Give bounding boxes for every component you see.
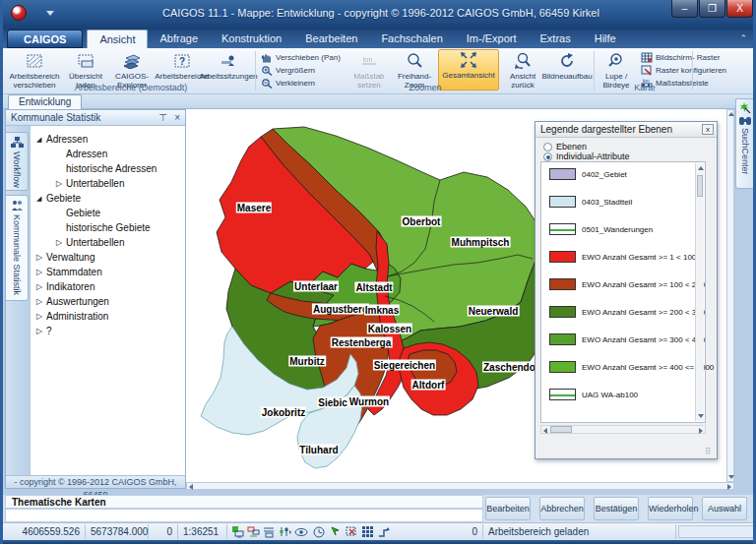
tree-item-auswertungen[interactable]: ▷Auswertungen bbox=[36, 296, 109, 307]
tab-ansicht[interactable]: Ansicht bbox=[87, 30, 148, 48]
radio-individual-attribute[interactable]: Individual-Attribute bbox=[543, 151, 630, 161]
scroll-up-icon[interactable] bbox=[698, 166, 704, 170]
legend-horizontal-scrollbar[interactable] bbox=[540, 425, 706, 434]
tab-hilfe[interactable]: Hilfe bbox=[583, 30, 628, 48]
collapsed-icon[interactable]: ▷ bbox=[56, 179, 66, 188]
scale-set-icon: km bbox=[360, 51, 378, 71]
tree-item-gebiete[interactable]: ◢Gebiete bbox=[36, 193, 81, 204]
maximize-button[interactable]: ❐ bbox=[699, 0, 725, 18]
full-extent-arrows-icon bbox=[459, 50, 478, 70]
auswahl-button[interactable]: Auswahl bbox=[702, 497, 747, 520]
eye-icon[interactable] bbox=[294, 525, 309, 538]
raster-konfigurieren-button[interactable]: Raster konfigurieren bbox=[641, 65, 726, 76]
group-label-arbeitsbereiche: Arbeitsbereiche (Demostadt) bbox=[9, 83, 253, 92]
tree-item-help[interactable]: ▷? bbox=[36, 326, 52, 336]
scroll-right-icon[interactable] bbox=[727, 484, 731, 490]
verschieben-pan-button[interactable]: Verschieben (Pan) bbox=[261, 52, 341, 63]
collapsed-icon[interactable]: ▷ bbox=[56, 238, 66, 247]
app-menu-button[interactable]: CAIGOS bbox=[7, 30, 83, 48]
side-tab-workflow[interactable]: Workflow bbox=[6, 132, 29, 191]
tab-konstruktion[interactable]: Konstruktion bbox=[210, 30, 293, 48]
map-label-siebic: Siebic bbox=[317, 397, 347, 408]
pin-icon[interactable]: ⊤ bbox=[158, 112, 167, 124]
legend-swatch bbox=[549, 278, 576, 290]
scroll-thumb[interactable] bbox=[550, 426, 572, 433]
scroll-left-icon[interactable] bbox=[189, 484, 193, 490]
legend-item: EWO Anzahl Gesamt >= 300 < 400 bbox=[549, 333, 705, 345]
tree-item-adressen[interactable]: ◢Adressen bbox=[36, 134, 88, 145]
panel-close-icon[interactable]: × bbox=[174, 112, 180, 124]
document-tab-entwicklung[interactable]: Entwicklung bbox=[8, 94, 82, 109]
radio-ebenen-icon[interactable] bbox=[543, 143, 552, 151]
legend-swatch bbox=[549, 306, 576, 318]
tree-item-historische-adressen[interactable]: historische Adressen bbox=[56, 163, 157, 174]
radio-individual-icon[interactable] bbox=[543, 152, 552, 161]
grid-configure-icon bbox=[641, 65, 653, 76]
legend-close-icon[interactable]: x bbox=[702, 124, 714, 135]
legend-item: 0403_Stadtteil bbox=[549, 196, 632, 208]
statusbar-message: Arbeitsbereich geladen bbox=[483, 524, 676, 539]
thematic-maps-input[interactable] bbox=[5, 509, 483, 522]
expanded-icon[interactable]: ◢ bbox=[36, 195, 46, 203]
suchcenter-tab[interactable]: SuchCenter bbox=[735, 98, 755, 189]
abbrechen-button[interactable]: Abbrechen bbox=[539, 497, 585, 520]
select-region-icon[interactable] bbox=[330, 525, 343, 538]
resize-grip-icon[interactable]: ⠿ bbox=[705, 447, 715, 456]
collapsed-icon[interactable]: ▷ bbox=[36, 312, 46, 321]
bestaetigen-button[interactable]: Bestätigen bbox=[594, 497, 639, 520]
bearbeiten-button[interactable]: Bearbeiten bbox=[485, 497, 531, 520]
eye-history-icon[interactable] bbox=[312, 525, 327, 538]
route-icon[interactable] bbox=[377, 525, 390, 538]
tab-bearbeiten[interactable]: Bearbeiten bbox=[293, 30, 369, 48]
collapsed-icon[interactable]: ▷ bbox=[36, 327, 46, 335]
tab-abfrage[interactable]: Abfrage bbox=[148, 30, 210, 48]
tree-item-adressen-child[interactable]: Adressen bbox=[56, 149, 107, 159]
tree-item-indikatoren[interactable]: ▷Indikatoren bbox=[36, 281, 94, 292]
screen-list-icon[interactable] bbox=[263, 525, 276, 538]
collapsed-icon[interactable]: ▷ bbox=[36, 268, 46, 276]
tab-im-export[interactable]: Im-/Export bbox=[455, 30, 529, 48]
tree-item-administration[interactable]: ▷Administration bbox=[36, 311, 108, 322]
tree-item-verwaltung[interactable]: ▷Verwaltung bbox=[36, 252, 94, 263]
grid-icon[interactable] bbox=[361, 525, 374, 538]
bildneuaufbau-button[interactable]: Bildneuaufbau bbox=[544, 51, 590, 81]
tree-item-untertabellen[interactable]: ▷Untertabellen bbox=[56, 178, 124, 189]
scroll-right-icon[interactable] bbox=[699, 428, 703, 434]
tab-extras[interactable]: Extras bbox=[529, 30, 583, 48]
scroll-down-icon[interactable] bbox=[698, 414, 704, 418]
vergroessern-button[interactable]: Vergrößern bbox=[261, 65, 315, 76]
scroll-down-icon[interactable] bbox=[728, 475, 734, 479]
tree-item-gebiete-child[interactable]: Gebiete bbox=[56, 208, 100, 218]
dual-screen-icon[interactable] bbox=[247, 525, 260, 538]
arbeitssitzungen-button[interactable]: Arbeitssitzungen bbox=[204, 51, 253, 81]
map-horizontal-scrollbar[interactable] bbox=[186, 482, 734, 490]
svg-text:?: ? bbox=[179, 56, 185, 67]
legend-panel: Legende dargestellter Ebenen x Ebenen In… bbox=[535, 121, 718, 459]
minimize-button[interactable]: – bbox=[671, 0, 698, 18]
tree-item-untertabellen-2[interactable]: ▷Untertabellen bbox=[56, 237, 124, 248]
radio-ebenen[interactable]: Ebenen bbox=[543, 142, 587, 151]
screen-capture-icon[interactable] bbox=[231, 525, 244, 538]
map-vertical-scrollbar[interactable] bbox=[726, 109, 734, 482]
collapsed-icon[interactable]: ▷ bbox=[36, 253, 46, 262]
wiederholen-button[interactable]: Wiederholen bbox=[648, 497, 693, 520]
tab-fachschalen[interactable]: Fachschalen bbox=[369, 30, 454, 48]
scroll-left-icon[interactable] bbox=[543, 428, 547, 434]
legend-item: UAG WA-ab100 bbox=[549, 389, 638, 400]
ribbon-collapse-icon[interactable]: ⌃ bbox=[739, 33, 747, 43]
scroll-up-icon[interactable] bbox=[728, 112, 734, 116]
collapsed-icon[interactable]: ▷ bbox=[36, 282, 46, 291]
session-person-icon bbox=[220, 51, 237, 71]
legend-vertical-scrollbar[interactable] bbox=[695, 163, 704, 421]
bildschirm-raster-button[interactable]: Bildschirm- Raster bbox=[641, 52, 720, 63]
levels-icon[interactable] bbox=[279, 525, 291, 538]
clear-selection-icon[interactable] bbox=[346, 525, 358, 538]
tree-item-historische-gebiete[interactable]: historische Gebiete bbox=[56, 222, 151, 233]
collapsed-icon[interactable]: ▷ bbox=[36, 297, 46, 306]
scroll-thumb[interactable] bbox=[697, 175, 703, 197]
expanded-icon[interactable]: ◢ bbox=[36, 136, 46, 144]
tree-item-stammdaten[interactable]: ▷Stammdaten bbox=[36, 267, 102, 277]
close-button[interactable]: X bbox=[726, 0, 753, 18]
side-tab-kommunale-statistik[interactable]: Kommunale Statistik bbox=[6, 195, 29, 301]
binoculars-icon bbox=[739, 115, 751, 125]
